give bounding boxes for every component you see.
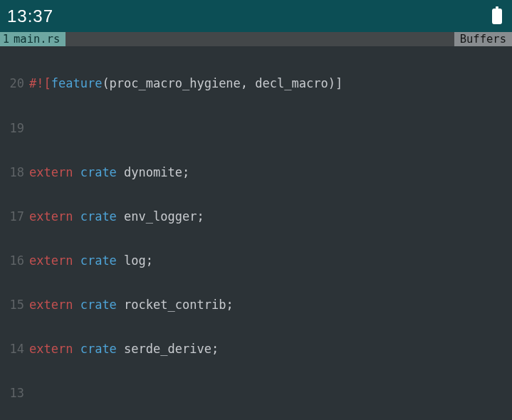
code-line[interactable]: extern crate serde_derive;	[29, 342, 512, 357]
line-number-gutter: 20 19 18 17 16 15 14 13 12 11 10 9 8 7 6…	[0, 47, 26, 420]
android-status-bar: 13:37	[0, 0, 512, 32]
code-editor[interactable]: 20 19 18 17 16 15 14 13 12 11 10 9 8 7 6…	[0, 46, 512, 420]
code-line[interactable]: extern crate dynomite;	[29, 165, 512, 180]
line-number: 17	[0, 209, 24, 224]
tab-filename[interactable]: main.rs	[12, 32, 66, 46]
line-number: 18	[0, 165, 24, 180]
line-number: 13	[0, 386, 24, 401]
code-line[interactable]	[29, 386, 512, 401]
tab-spacer	[66, 32, 454, 46]
tab-index[interactable]: 1	[0, 32, 12, 46]
line-number: 20	[0, 76, 24, 91]
code-line[interactable]: #![feature(proc_macro_hygiene, decl_macr…	[29, 76, 512, 91]
buffers-button[interactable]: Buffers	[454, 32, 512, 46]
line-number: 16	[0, 253, 24, 268]
line-number: 14	[0, 342, 24, 357]
code-line[interactable]: extern crate log;	[29, 253, 512, 268]
battery-icon	[492, 9, 502, 24]
code-line[interactable]	[29, 121, 512, 136]
line-number: 15	[0, 298, 24, 313]
code-area[interactable]: #![feature(proc_macro_hygiene, decl_macr…	[26, 47, 512, 420]
editor-tab-bar: 1 main.rs Buffers	[0, 32, 512, 46]
code-line[interactable]: extern crate env_logger;	[29, 209, 512, 224]
line-number: 19	[0, 121, 24, 136]
code-line[interactable]: extern crate rocket_contrib;	[29, 298, 512, 313]
status-time: 13:37	[7, 6, 53, 26]
